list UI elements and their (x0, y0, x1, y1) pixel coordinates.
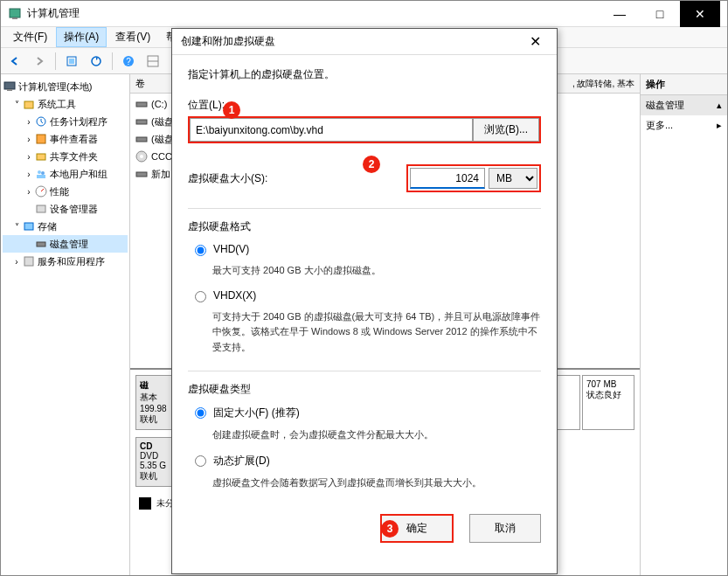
col-volume: 卷 (135, 77, 145, 90)
tree-label: 本地用户和组 (50, 168, 107, 181)
annotation-2: 2 (363, 156, 380, 173)
drive-icon (135, 98, 148, 110)
forward-button[interactable] (29, 51, 50, 72)
dialog-close-button[interactable]: ✕ (522, 29, 548, 55)
menu-file[interactable]: 文件(F) (6, 28, 54, 46)
legend-color (139, 497, 151, 510)
tool-view1[interactable] (142, 51, 163, 72)
disk-name: 磁 (140, 379, 170, 392)
tree-services[interactable]: › 服务和应用程序 (3, 253, 128, 270)
users-icon (34, 167, 48, 181)
maximize-button[interactable]: □ (640, 1, 680, 27)
vhdx-radio-input[interactable] (195, 291, 206, 302)
window-controls: — □ ✕ (600, 1, 720, 27)
svg-rect-31 (136, 137, 147, 142)
tree-label: 计算机管理(本地) (18, 80, 92, 94)
svg-rect-3 (69, 59, 74, 64)
tree-label: 性能 (50, 185, 69, 198)
tree-shared[interactable]: › 共享文件夹 (3, 148, 128, 165)
vol-label: 新加 (151, 168, 170, 181)
dynamic-desc: 虚拟硬盘文件会随着数据写入到虚拟硬盘而增长到其最大大小。 (188, 475, 541, 491)
actions-more[interactable]: 更多... ▸ (641, 115, 727, 135)
tree-diskmgmt[interactable]: 磁盘管理 (3, 235, 128, 253)
drive-icon (135, 115, 148, 128)
dynamic-radio[interactable]: 动态扩展(D) (188, 454, 541, 468)
size-input[interactable] (410, 168, 485, 189)
tree-users[interactable]: › 本地用户和组 (3, 165, 128, 183)
expand-icon[interactable]: › (11, 257, 22, 267)
fixed-radio[interactable]: 固定大小(F) (推荐) (188, 406, 541, 420)
tool-1[interactable] (61, 51, 82, 72)
location-label: 位置(L): (188, 98, 541, 113)
tree-label: 存储 (38, 220, 57, 233)
minimize-button[interactable]: — (600, 1, 640, 27)
menu-action[interactable]: 操作(A) (56, 27, 107, 47)
svg-rect-15 (4, 82, 15, 89)
location-group: 浏览(B)... (188, 116, 541, 143)
dialog-buttons: 确定 取消 (172, 514, 557, 553)
vhd-radio-label: VHD(V) (213, 243, 249, 255)
actions-diskmgmt[interactable]: 磁盘管理 ▴ (641, 95, 727, 115)
menu-view[interactable]: 查看(V) (108, 28, 157, 46)
fixed-radio-input[interactable] (195, 407, 206, 419)
svg-rect-23 (37, 175, 45, 178)
close-button[interactable]: ✕ (680, 1, 720, 27)
expand-icon[interactable]: › (24, 187, 34, 197)
cancel-button[interactable]: 取消 (469, 514, 541, 543)
vol-label: (磁盘 (151, 133, 174, 146)
type-group: 虚拟硬盘类型 固定大小(F) (推荐) 创建虚拟硬盘时，会为虚拟硬盘文件分配最大… (188, 371, 541, 490)
tree-systools[interactable]: ˅ 系统工具 (3, 95, 128, 113)
toolbar-separator (112, 52, 113, 70)
tree-perf[interactable]: › 性能 (3, 183, 128, 200)
cd-icon (135, 150, 148, 163)
tree-root[interactable]: 计算机管理(本地) (3, 78, 128, 95)
vhd-desc: 最大可支持 2040 GB 大小的虚拟磁盘。 (188, 263, 541, 279)
vhd-radio[interactable]: VHD(V) (188, 243, 541, 256)
location-input[interactable] (190, 118, 473, 142)
dialog-body: 指定计算机上的虚拟硬盘位置。 位置(L): 浏览(B)... 虚拟硬盘大小(S)… (172, 55, 557, 514)
actions-header: 操作 (641, 74, 727, 95)
expand-icon[interactable]: › (24, 170, 34, 179)
svg-rect-28 (24, 257, 33, 266)
chevron-right-icon: ▸ (717, 120, 722, 131)
perf-icon (34, 184, 48, 198)
tree-label: 任务计划程序 (50, 115, 107, 128)
svg-text:?: ? (126, 57, 131, 66)
expand-icon[interactable]: › (24, 135, 34, 144)
vol-label: (磁盘 (151, 115, 174, 128)
tool-refresh[interactable] (86, 51, 107, 72)
tree-eventviewer[interactable]: › 事件查看器 (3, 130, 128, 148)
disk-info: 磁 基本 199.98 联机 (135, 375, 174, 430)
partition[interactable]: 707 MB 状态良好 (582, 375, 634, 430)
tree-devmgr[interactable]: 设备管理器 (3, 200, 128, 218)
cd-status: 联机 (140, 470, 170, 482)
fixed-radio-label: 固定大小(F) (推荐) (213, 406, 300, 420)
size-unit-select[interactable]: MB (489, 168, 537, 189)
annotation-3: 3 (381, 520, 399, 538)
browse-button[interactable]: 浏览(B)... (473, 118, 539, 142)
storage-icon (22, 219, 36, 233)
svg-rect-34 (136, 172, 147, 177)
vhdx-radio[interactable]: VHDX(X) (188, 289, 541, 302)
expand-icon[interactable]: › (24, 117, 34, 127)
back-button[interactable] (4, 51, 25, 72)
tree-storage[interactable]: ˅ 存储 (3, 218, 128, 235)
clock-icon (34, 115, 48, 128)
svg-rect-17 (24, 101, 33, 108)
tree-label: 共享文件夹 (50, 150, 98, 163)
vhd-radio-input[interactable] (195, 245, 206, 256)
expand-icon[interactable]: ˅ (11, 222, 22, 232)
dynamic-radio-input[interactable] (195, 455, 206, 467)
svg-rect-0 (10, 9, 20, 17)
dynamic-radio-label: 动态扩展(D) (213, 454, 270, 468)
svg-rect-16 (7, 89, 12, 91)
tool-help[interactable]: ? (118, 51, 139, 72)
dialog-titlebar[interactable]: 创建和附加虚拟硬盘 ✕ (172, 29, 557, 55)
dialog-title: 创建和附加虚拟硬盘 (181, 34, 522, 49)
format-group: 虚拟硬盘格式 VHD(V) 最大可支持 2040 GB 大小的虚拟磁盘。 VHD… (188, 208, 541, 355)
expand-icon[interactable]: › (24, 152, 34, 162)
tree-scheduler[interactable]: › 任务计划程序 (3, 113, 128, 130)
expand-icon[interactable]: ˅ (11, 100, 22, 109)
disk-icon (34, 237, 48, 251)
drive-icon (135, 133, 148, 145)
